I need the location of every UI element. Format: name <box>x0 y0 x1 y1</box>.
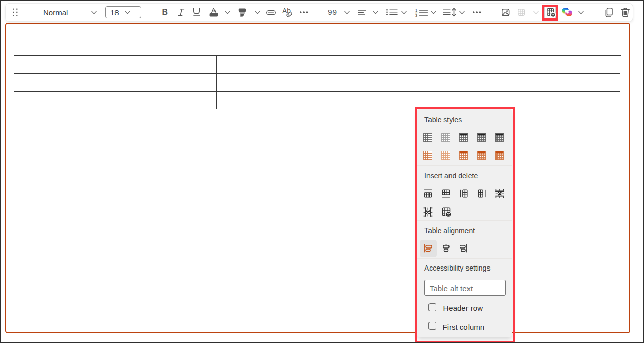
svg-text:3: 3 <box>415 13 417 17</box>
